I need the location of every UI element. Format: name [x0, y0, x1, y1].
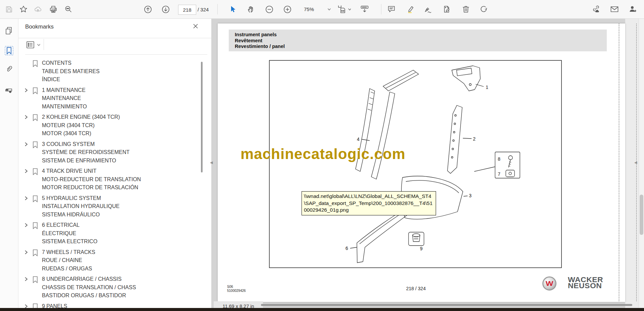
- bookmark-line[interactable]: 5 HYDRAULIC SYSTEM: [42, 194, 119, 203]
- bookmark-line[interactable]: CONTENTS: [42, 59, 100, 67]
- search-icon[interactable]: [62, 3, 75, 16]
- expand-chevron-icon[interactable]: [24, 169, 29, 192]
- bookmark-lines: 1 MAINTENANCEMAINTENANCEMANTENIMIENTO: [42, 86, 87, 111]
- bookmarks-panel-title: Bookmarks: [25, 23, 54, 30]
- zoom-out-icon[interactable]: [263, 3, 276, 16]
- bookmark-line[interactable]: MAINTENANCE: [42, 94, 87, 103]
- bookmark-line[interactable]: BASTIDOR ORUGAS / BASTIDOR: [42, 292, 136, 300]
- collapse-left-panel-icon[interactable]: ◀: [210, 160, 213, 165]
- email-icon[interactable]: [608, 3, 621, 16]
- part-number-label: 9: [420, 246, 423, 251]
- expand-chevron-icon[interactable]: [24, 115, 29, 138]
- expand-chevron-icon[interactable]: [24, 223, 29, 246]
- expand-chevron-icon[interactable]: [24, 250, 29, 273]
- bookmark-line[interactable]: INSTALLATION HYDRAULIQUE: [42, 202, 119, 211]
- parts-diagram: 1 2 3 4 6 7 8 9: [269, 60, 562, 268]
- vertical-scrollbar-thumb[interactable]: [640, 195, 643, 235]
- fill-sign-icon[interactable]: [441, 3, 453, 16]
- expand-chevron-icon[interactable]: [24, 277, 29, 300]
- bookmark-line[interactable]: CHASSIS DE TRANSLATION / CHASS: [42, 283, 136, 292]
- bookmark-line[interactable]: TABLE DES MATIERES: [42, 67, 100, 76]
- bookmark-line[interactable]: 3 COOLING SYSTEM: [42, 140, 129, 149]
- bookmarks-scrollbar-thumb[interactable]: [201, 62, 203, 172]
- delete-icon[interactable]: [460, 3, 472, 16]
- hand-tool-icon[interactable]: [245, 3, 257, 16]
- bookmark-line[interactable]: SISTEMA DE ENFRIAMIENTO: [42, 157, 129, 165]
- bookmark-line[interactable]: 8 UNDERCARRIAGE / CHASSIS: [42, 275, 136, 283]
- chevron-down-icon: [328, 8, 331, 10]
- expand-chevron-icon[interactable]: [24, 88, 29, 111]
- part-number-label: 7: [498, 171, 500, 177]
- bookmark-item[interactable]: 5 HYDRAULIC SYSTEMINSTALLATION HYDRAULIQ…: [18, 194, 206, 219]
- print-icon[interactable]: [47, 3, 60, 16]
- bookmark-icon: [33, 249, 38, 273]
- bookmark-lines: 4 TRACK DRIVE UNITMOTO-REDUCTEUR DE TRAN…: [42, 167, 141, 192]
- bookmarks-panel-icon[interactable]: [2, 44, 16, 57]
- bookmark-line[interactable]: MOTOR REDUCTOR DE TRASLACIÓN: [42, 184, 141, 192]
- page-thumbnails-icon[interactable]: [2, 24, 16, 38]
- page-header-line: Revestimiento / panel: [235, 44, 607, 50]
- bookmark-line[interactable]: MOTEUR (3404 TCR): [42, 121, 120, 130]
- bookmark-lines: 6 ELECTRICALÉLECTRIQUESISTEMA ELECTRICO: [42, 221, 97, 246]
- save-icon[interactable]: [3, 3, 15, 16]
- share-link-icon[interactable]: [590, 3, 602, 16]
- navigation-rail: [0, 18, 18, 311]
- previous-page-icon[interactable]: [142, 3, 154, 16]
- bookmark-item[interactable]: CONTENTSTABLE DES MATIERESÍNDICE: [18, 59, 206, 84]
- expand-chevron-icon[interactable]: [24, 142, 29, 165]
- wacker-monogram-badge: W: [542, 276, 556, 291]
- expand-right-panel-icon[interactable]: ◀: [634, 160, 637, 165]
- bookmark-line[interactable]: SISTEMA HIDRÁULICO: [42, 211, 119, 219]
- zoom-in-icon[interactable]: [281, 3, 294, 16]
- horizontal-scrollbar-thumb[interactable]: [261, 304, 632, 306]
- bookmark-icon: [33, 60, 38, 84]
- bookmark-line[interactable]: 6 ELECTRICAL: [42, 221, 97, 229]
- add-person-icon[interactable]: [627, 3, 639, 16]
- scroll-mode-icon[interactable]: [358, 3, 371, 16]
- zoom-level-dropdown[interactable]: 75%: [302, 5, 333, 14]
- bookmark-options-button[interactable]: [26, 40, 42, 50]
- toolbar-separator: [217, 4, 218, 14]
- bookmark-line[interactable]: SISTEMA ELECTRICO: [42, 238, 97, 246]
- comment-icon[interactable]: [385, 3, 398, 16]
- truck-icon[interactable]: [2, 83, 16, 97]
- next-page-icon[interactable]: [159, 3, 172, 16]
- bookmark-line[interactable]: ÉLECTRIQUE: [42, 229, 97, 238]
- bookmark-item[interactable]: 1 MAINTENANCEMAINTENANCEMANTENIMIENTO: [18, 86, 206, 111]
- bookmark-line[interactable]: MANTENIMIENTO: [42, 103, 87, 111]
- bookmark-line[interactable]: MOTO-REDUCTEUR DE TRANSLATION: [42, 175, 141, 184]
- bookmark-lines: 3 COOLING SYSTEMSYSTÈME DE REFROIDISSEME…: [42, 140, 129, 165]
- bookmark-line[interactable]: MOTOR (3404 TCR): [42, 129, 120, 138]
- bookmark-item[interactable]: 7 WHEELS / TRACKSROUE / CHAINERUEDAS / O…: [18, 248, 206, 273]
- bookmark-line[interactable]: ÍNDICE: [42, 75, 100, 84]
- sign-icon[interactable]: [422, 3, 435, 16]
- vertical-scrollbar[interactable]: [639, 18, 644, 311]
- bookmark-item[interactable]: 4 TRACK DRIVE UNITMOTO-REDUCTEUR DE TRAN…: [18, 167, 206, 192]
- bookmark-line[interactable]: 1 MAINTENANCE: [42, 86, 87, 95]
- bookmark-line[interactable]: 7 WHEELS / TRACKS: [42, 248, 95, 257]
- star-icon[interactable]: [17, 3, 30, 16]
- highlight-icon[interactable]: [404, 3, 417, 16]
- bookmark-line[interactable]: ROUE / CHAINE: [42, 256, 95, 265]
- rotate-icon[interactable]: [478, 3, 490, 16]
- close-icon[interactable]: [192, 22, 199, 30]
- bookmark-line[interactable]: RUEDAS / ORUGAS: [42, 265, 95, 273]
- bookmark-line[interactable]: SYSTÈME DE REFROIDISSEMENT: [42, 148, 129, 157]
- bookmark-icon: [33, 87, 38, 111]
- fit-page-dropdown[interactable]: [335, 3, 353, 16]
- bookmark-line[interactable]: 2 KOHLER ENGINE (3404 TCR): [42, 113, 120, 121]
- expand-chevron-icon[interactable]: [24, 196, 29, 219]
- bookmark-item[interactable]: 2 KOHLER ENGINE (3404 TCR)MOTEUR (3404 T…: [18, 113, 206, 138]
- bookmark-item[interactable]: 8 UNDERCARRIAGE / CHASSISCHASSIS DE TRAN…: [18, 275, 206, 300]
- attachments-icon[interactable]: [2, 62, 16, 76]
- select-tool-icon[interactable]: [226, 3, 239, 16]
- page-header-line: Revêtement: [235, 38, 607, 44]
- bookmark-line[interactable]: 4 TRACK DRIVE UNIT: [42, 167, 141, 175]
- bookmark-item[interactable]: 3 COOLING SYSTEMSYSTÈME DE REFROIDISSEME…: [18, 140, 206, 165]
- part-number-label: 2: [473, 136, 476, 142]
- wacker-neuson-wordmark: WACKER NEUSON: [568, 277, 603, 289]
- bookmark-icon: [33, 276, 38, 300]
- bookmark-item[interactable]: 6 ELECTRICALÉLECTRIQUESISTEMA ELECTRICO: [18, 221, 206, 246]
- share-upload-icon[interactable]: [32, 3, 44, 16]
- page-number-input[interactable]: [178, 5, 196, 15]
